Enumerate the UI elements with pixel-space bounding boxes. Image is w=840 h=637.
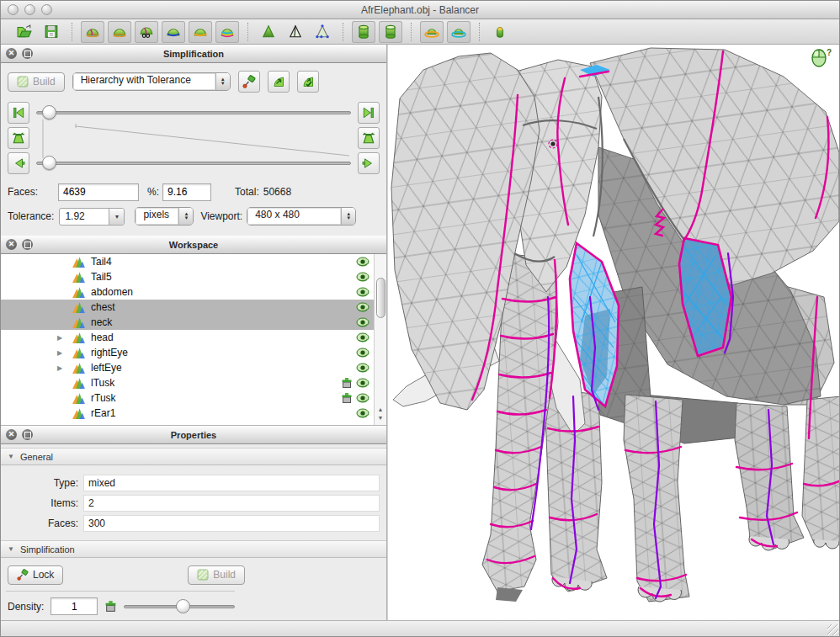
flag-tool-button[interactable] [268,71,290,93]
eye-icon[interactable] [356,257,369,267]
dome-plain-tool-button[interactable] [108,21,131,43]
dome-ring-cyan-tool-button[interactable] [447,21,471,43]
mesh-icon [72,271,86,284]
scroll-up-icon[interactable]: ▲ [378,406,384,412]
dome-band-orange-tool-button[interactable] [189,21,212,43]
list-item[interactable]: ▶rightEye [1,345,386,360]
list-item-selected[interactable]: neck [1,315,386,330]
density-slider[interactable] [124,598,235,615]
scroll-down-icon[interactable]: ▼ [378,415,384,421]
scrollbar-thumb[interactable] [376,278,385,318]
pin-icon [17,569,29,581]
percent-input[interactable] [162,183,211,201]
error-graph [36,119,351,158]
dome-seam-hidden-tool-button[interactable] [135,21,158,43]
mouse-help-icon[interactable]: ? [811,49,832,67]
flag-check-tool-button[interactable] [297,71,319,93]
eye-icon[interactable] [356,408,369,418]
density-input[interactable] [51,597,98,615]
slider-thumb[interactable] [42,156,56,170]
step-forward-button[interactable] [358,152,380,174]
eye-icon[interactable] [356,378,369,388]
dome-band-blue-tool-button[interactable] [162,21,185,43]
disclosure-triangle-icon[interactable]: ▶ [55,334,65,342]
units-dropdown[interactable]: pixels ▲▼ [135,207,194,226]
tolerance-combo[interactable]: 1.92 ▼ [59,208,125,226]
collapse-panel-icon[interactable] [22,48,33,59]
slider-track[interactable] [36,162,351,165]
build-button[interactable]: Build [8,72,65,92]
eye-icon[interactable] [356,317,369,327]
viewport-size-dropdown[interactable]: 480 x 480 ▲▼ [247,207,356,226]
list-item[interactable]: ▶leftEye [1,360,386,375]
viewport-canvas[interactable] [388,45,839,620]
cylinder-b-tool-button[interactable] [379,21,402,43]
capsule-tool-button[interactable] [488,21,512,43]
collapse-right-button[interactable] [358,127,380,149]
dome-band-rainbow-tool-button[interactable] [215,21,239,43]
eye-icon[interactable] [356,332,369,342]
simplification-section-bar[interactable]: ▼ Simplification [1,540,386,558]
slider-track[interactable] [36,111,351,114]
dome-ring-orange-tool-button[interactable] [420,21,444,43]
minimize-window-button[interactable] [24,4,35,15]
workspace-scrollbar[interactable]: ▲▼ [374,254,386,425]
list-item[interactable]: Tail4 [1,254,386,269]
cone-points-tool-button[interactable] [311,21,334,43]
disclosure-triangle-icon[interactable]: ▶ [55,364,65,372]
list-item[interactable]: lTusk [1,375,386,390]
detail-slider[interactable] [36,155,351,172]
close-panel-icon[interactable]: ✕ [6,429,17,440]
close-window-button[interactable] [8,4,19,15]
list-item[interactable]: rTusk [1,390,386,406]
list-item[interactable]: rEar1 [1,406,386,421]
zoom-window-button[interactable] [41,4,52,15]
slider-thumb[interactable] [176,599,190,613]
pin-tool-button[interactable] [238,71,260,93]
skip-to-end-button[interactable] [358,102,380,124]
list-item[interactable]: Tail5 [1,269,386,284]
section-collapse-icon[interactable]: ▼ [8,453,14,460]
faces-slider[interactable] [36,104,351,121]
eye-icon[interactable] [356,302,369,312]
eye-icon[interactable] [356,348,369,358]
dome-seam-tool-button[interactable] [81,21,104,43]
list-item[interactable]: ▶head [1,330,386,345]
collapse-left-button[interactable] [8,127,29,149]
eye-icon[interactable] [356,287,369,297]
slider-thumb[interactable] [42,105,56,119]
title-bar[interactable]: AfrElephant.obj - Balancer [1,1,839,19]
list-item[interactable]: abdomen [1,284,386,300]
cone-wireframe-tool-button[interactable] [284,21,307,43]
clamp-icon[interactable] [341,377,353,389]
cylinder-icon [356,24,371,39]
viewport-3d[interactable]: ? [388,45,839,620]
faces-input[interactable] [58,183,139,201]
disclosure-triangle-icon[interactable]: ▶ [55,349,65,357]
step-back-button[interactable] [8,152,29,174]
toolbar-separator [247,23,248,41]
list-item-selected[interactable]: chest [1,300,386,315]
cone-solid-tool-button[interactable] [257,21,280,43]
combo-arrow-icon[interactable]: ▼ [109,209,124,225]
density-label: Density: [8,601,44,613]
general-section-bar[interactable]: ▼ General [1,448,386,465]
close-panel-icon[interactable]: ✕ [6,48,17,59]
open-file-button[interactable] [13,21,36,43]
clamp-icon[interactable] [341,392,353,404]
eye-icon[interactable] [356,393,369,403]
save-button[interactable] [40,21,63,43]
section-collapse-icon[interactable]: ▼ [8,545,14,553]
build-button[interactable]: Build [188,565,245,585]
eye-icon[interactable] [356,272,369,282]
cylinder-a-tool-button[interactable] [352,21,375,43]
lock-button[interactable]: Lock [8,565,63,585]
skip-to-start-button[interactable] [8,102,29,124]
collapse-panel-icon[interactable] [22,429,33,440]
close-panel-icon[interactable]: ✕ [6,239,17,250]
eye-icon[interactable] [356,363,369,373]
panel-title: Workspace [169,240,219,250]
algorithm-dropdown[interactable]: Hierarchy with Tolerance ▲▼ [72,72,231,91]
resize-grip-icon[interactable] [827,624,838,635]
collapse-panel-icon[interactable] [22,239,33,250]
